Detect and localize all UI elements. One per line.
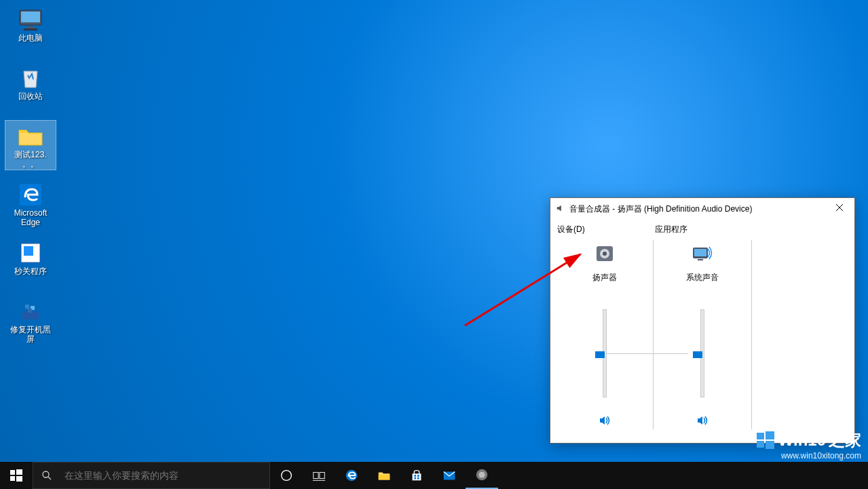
desktop-icon-folder[interactable]: 测试123. 。。 [5, 121, 56, 170]
this-pc-icon [16, 7, 45, 33]
svg-rect-22 [10, 470, 15, 475]
app-header: 应用程序 [655, 224, 687, 235]
svg-rect-35 [417, 475, 419, 477]
app-icon [16, 240, 45, 266]
svg-rect-1 [21, 12, 40, 22]
app-volume-slider[interactable] [695, 309, 710, 397]
mixer-body: 设备(D) 扬声器 应用程序 系统 [550, 220, 854, 443]
svg-rect-3 [24, 28, 37, 31]
svg-rect-19 [766, 431, 774, 439]
svg-rect-29 [314, 472, 318, 478]
taskbar-mail[interactable] [433, 462, 466, 489]
svg-point-26 [43, 471, 49, 477]
device-label: 扬声器 [592, 272, 617, 283]
svg-rect-2 [26, 26, 35, 28]
svg-rect-36 [414, 477, 416, 480]
speaker-icon [556, 203, 565, 215]
svg-rect-18 [757, 433, 764, 439]
system-sounds-icon[interactable] [691, 242, 714, 265]
svg-rect-34 [414, 475, 416, 477]
desktop-icon-recycle-bin[interactable]: 回收站 [5, 62, 56, 111]
separator [653, 240, 654, 429]
device-header: 设备(D) [557, 224, 585, 235]
app-icon [16, 298, 45, 324]
svg-rect-21 [766, 441, 774, 449]
svg-point-28 [282, 471, 292, 481]
search-icon [33, 470, 60, 481]
folder-icon [16, 123, 45, 149]
taskbar-running-app[interactable] [466, 462, 498, 489]
device-volume-slider[interactable] [597, 309, 612, 397]
desktop-icon-fix-boot[interactable]: 修复开机黑 屏 [5, 296, 56, 345]
desktop-icon-label: Microsoft Edge [14, 209, 48, 228]
device-column: 设备(D) 扬声器 [557, 224, 652, 436]
svg-line-27 [48, 477, 51, 480]
svg-rect-37 [417, 477, 419, 480]
desktop-icons: 此电脑 回收站 测试123. 。。 Microsoft Edge [5, 4, 56, 345]
desktop[interactable]: 此电脑 回收站 测试123. 。。 Microsoft Edge [0, 0, 868, 489]
svg-rect-20 [757, 441, 764, 448]
taskbar-store[interactable] [400, 462, 433, 489]
desktop-icon-this-pc[interactable]: 此电脑 [5, 4, 56, 53]
svg-rect-24 [10, 476, 15, 481]
svg-rect-10 [28, 309, 32, 313]
svg-rect-25 [16, 476, 22, 482]
desktop-icon-label: 回收站 [18, 92, 43, 102]
watermark-main: Win10 [778, 431, 826, 450]
desktop-icon-label: 秒关程序 [14, 267, 47, 277]
window-titlebar[interactable]: 音量合成器 - 扬声器 (High Definition Audio Devic… [550, 198, 854, 220]
desktop-icon-label: 测试123. 。。 [14, 151, 46, 170]
start-button[interactable] [0, 462, 33, 489]
window-title: 音量合成器 - 扬声器 (High Definition Audio Devic… [569, 203, 826, 215]
desktop-icon-label: 修复开机黑 屏 [10, 326, 51, 345]
taskbar [0, 462, 868, 489]
svg-point-14 [603, 252, 607, 256]
svg-rect-23 [16, 469, 22, 475]
svg-rect-17 [698, 259, 703, 260]
svg-rect-30 [320, 472, 324, 478]
recycle-bin-icon [16, 65, 45, 91]
taskbar-file-explorer[interactable] [368, 462, 400, 489]
taskbar-edge[interactable] [335, 462, 368, 489]
volume-mixer-window: 音量合成器 - 扬声器 (High Definition Audio Devic… [550, 197, 855, 444]
search-input[interactable] [60, 470, 269, 481]
svg-rect-6 [24, 246, 33, 256]
watermark: Win10之家 www.win10xitong.com [755, 429, 861, 461]
desktop-icon-edge[interactable]: Microsoft Edge [5, 179, 56, 228]
edge-icon [16, 182, 45, 208]
watermark-url: www.win10xitong.com [755, 451, 861, 461]
app-column: 应用程序 系统声音 [655, 224, 749, 436]
windows-logo-icon [755, 430, 776, 450]
svg-rect-33 [379, 475, 390, 480]
cortana-button[interactable] [270, 462, 303, 489]
svg-rect-8 [25, 305, 29, 309]
svg-rect-16 [694, 249, 706, 256]
app-label: 系统声音 [686, 272, 719, 283]
app-mute-button[interactable] [696, 414, 709, 430]
search-box[interactable] [33, 462, 270, 489]
task-view-button[interactable] [303, 462, 335, 489]
close-button[interactable] [826, 198, 853, 217]
desktop-icon-quick-close[interactable]: 秒关程序 [5, 237, 56, 286]
watermark-suffix: 之家 [829, 429, 861, 451]
svg-point-40 [478, 471, 485, 477]
speaker-device-icon[interactable] [593, 242, 616, 265]
separator [751, 240, 752, 429]
desktop-icon-label: 此电脑 [18, 34, 43, 43]
device-mute-button[interactable] [598, 414, 611, 430]
